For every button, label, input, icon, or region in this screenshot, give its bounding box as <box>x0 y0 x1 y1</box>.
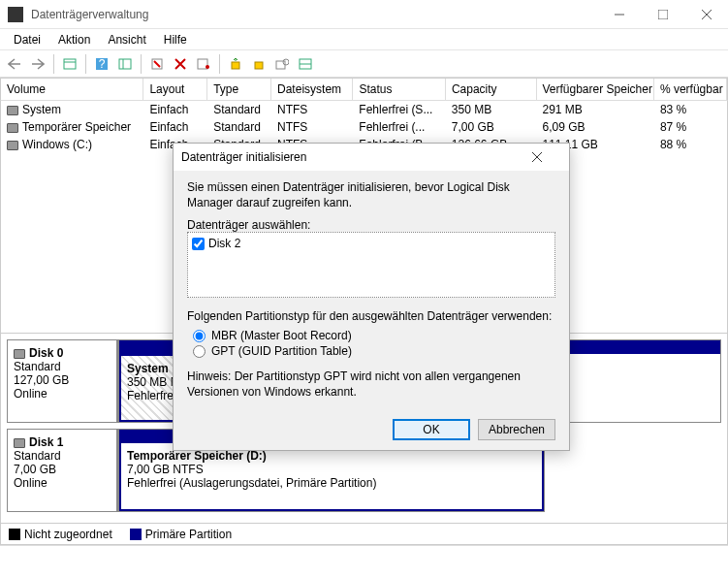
svg-rect-4 <box>64 59 76 69</box>
mbr-radio[interactable] <box>193 330 206 342</box>
menu-help[interactable]: Hilfe <box>156 31 195 48</box>
volume-row[interactable]: Temporärer Speicher Einfach Standard NTF… <box>1 118 727 136</box>
view-icon[interactable] <box>59 53 80 75</box>
radio-mbr[interactable]: MBR (Master Boot Record) <box>193 329 555 342</box>
disk-info[interactable]: Disk 0 Standard 127,00 GB Online <box>7 339 118 423</box>
menu-view[interactable]: Ansicht <box>100 31 153 48</box>
close-button[interactable] <box>684 0 728 29</box>
col-type[interactable]: Type <box>207 79 271 100</box>
delete-icon[interactable] <box>170 53 191 75</box>
legend-primary: Primäre Partition <box>130 528 232 541</box>
volume-icon <box>7 106 18 115</box>
statusbar <box>0 545 728 562</box>
forward-icon[interactable] <box>27 53 48 75</box>
dialog-titlebar[interactable]: Datenträger initialisieren <box>174 144 569 171</box>
disk-checkbox-item[interactable]: Disk 2 <box>192 237 551 250</box>
partition-temp[interactable]: Temporärer Speicher (D:) 7,00 GB NTFS Fe… <box>119 443 544 511</box>
radio-gpt[interactable]: GPT (GUID Partition Table) <box>193 344 555 358</box>
toolbar: ? <box>0 50 728 78</box>
svg-rect-14 <box>255 62 263 69</box>
col-capacity[interactable]: Capacity <box>446 79 537 100</box>
dialog-hint: Hinweis: Der Partitionstyp GPT wird nich… <box>187 369 555 400</box>
svg-rect-1 <box>658 10 668 19</box>
disk2-checkbox[interactable] <box>192 238 205 250</box>
window-title: Datenträgerverwaltung <box>31 8 597 21</box>
pane-icon[interactable] <box>114 53 136 75</box>
gpt-radio[interactable] <box>193 345 206 358</box>
svg-text:?: ? <box>99 57 106 71</box>
app-icon <box>8 7 23 22</box>
col-filesystem[interactable]: Dateisystem <box>271 79 353 100</box>
minimize-button[interactable] <box>597 0 641 29</box>
ok-button[interactable]: OK <box>393 419 470 440</box>
volume-icon <box>7 141 18 150</box>
dialog-title: Datenträger initialisieren <box>181 150 532 164</box>
volume-table-header: Volume Layout Type Dateisystem Status Ca… <box>0 78 728 101</box>
action2-icon[interactable] <box>248 53 269 75</box>
svg-rect-15 <box>276 61 285 69</box>
legend: Nicht zugeordnet Primäre Partition <box>0 524 728 545</box>
svg-rect-8 <box>119 59 131 69</box>
help-icon[interactable]: ? <box>91 53 112 75</box>
action3-icon[interactable] <box>271 53 293 75</box>
col-status[interactable]: Status <box>353 79 445 100</box>
select-disks-label: Datenträger auswählen: <box>187 218 555 232</box>
col-free[interactable]: Verfügbarer Speicher <box>537 79 654 100</box>
menubar: Datei Aktion Ansicht Hilfe <box>0 29 728 50</box>
maximize-button[interactable] <box>641 0 684 29</box>
cancel-button[interactable]: Abbrechen <box>478 419 555 440</box>
volume-icon <box>7 123 18 133</box>
col-volume[interactable]: Volume <box>1 79 143 100</box>
action4-icon[interactable] <box>295 53 316 75</box>
partition-style-label: Folgenden Partitionstyp für den ausgewäh… <box>187 309 555 323</box>
back-icon[interactable] <box>4 53 25 75</box>
svg-rect-13 <box>232 62 239 69</box>
col-layout[interactable]: Layout <box>143 79 207 100</box>
initialize-disk-dialog: Datenträger initialisieren Sie müssen ei… <box>173 143 570 451</box>
menu-file[interactable]: Datei <box>6 31 48 48</box>
action1-icon[interactable] <box>225 53 246 75</box>
menu-action[interactable]: Aktion <box>50 31 98 48</box>
volume-row[interactable]: System Einfach Standard NTFS Fehlerfrei … <box>1 101 727 118</box>
titlebar: Datenträgerverwaltung <box>0 0 728 29</box>
col-pct[interactable]: % verfügbar <box>654 79 727 100</box>
disk-icon <box>14 349 25 359</box>
disk-icon <box>14 438 25 448</box>
dialog-instruction: Sie müssen einen Datenträger initialisie… <box>187 180 555 210</box>
refresh-icon[interactable] <box>146 53 168 75</box>
disk-listbox[interactable]: Disk 2 <box>187 232 555 298</box>
properties-icon[interactable] <box>193 53 214 75</box>
svg-point-12 <box>206 65 209 69</box>
dialog-close-icon[interactable] <box>532 152 561 162</box>
disk-info[interactable]: Disk 1 Standard 7,00 GB Online <box>7 429 118 512</box>
legend-unallocated: Nicht zugeordnet <box>9 528 112 541</box>
